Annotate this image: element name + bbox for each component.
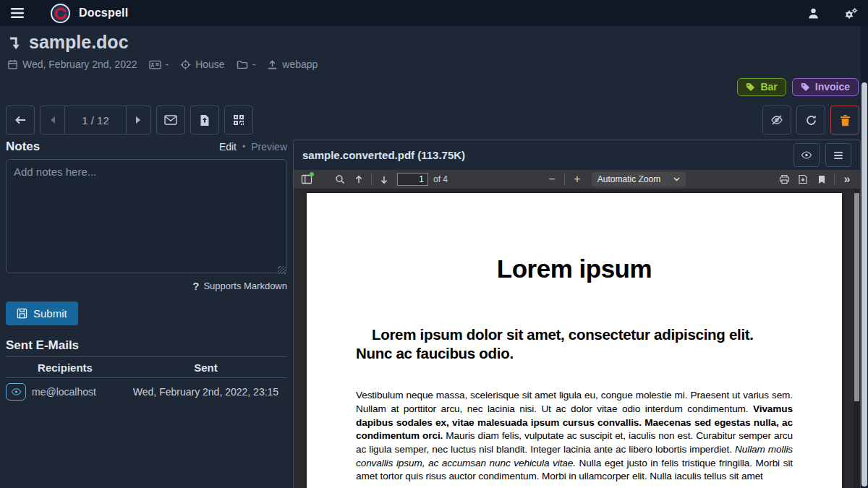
tag-icon (801, 82, 810, 92)
item-source-group: webapp (267, 59, 318, 70)
next-item-button[interactable] (126, 106, 150, 134)
attachment-header: sample.converted.pdf (113.75K) (294, 140, 860, 170)
pdf-zoom-select[interactable]: Automatic Zoom (592, 172, 686, 187)
item-concerning-group: House (180, 59, 224, 70)
sent-email-row: me@localhost Wed, February 2nd, 2022, 23… (6, 378, 287, 404)
send-mail-button[interactable] (156, 106, 185, 134)
item-folder: - (252, 59, 256, 70)
upload-icon (267, 59, 278, 70)
item-date: Wed, February 2nd, 2022 (22, 59, 137, 70)
settings-gears-icon[interactable] (844, 7, 858, 20)
page-scrollbar-thumb[interactable] (861, 82, 867, 487)
view-email-button[interactable] (6, 383, 26, 401)
item-toolbar: 1 / 12 (6, 106, 859, 134)
item-correspondent: - (166, 59, 169, 70)
left-panel: Notes Edit • Preview ? Supports Markdown… (6, 140, 287, 403)
docspell-logo-icon[interactable] (51, 4, 70, 23)
col-sent: Sent (124, 359, 287, 378)
app-title[interactable]: Docspell (79, 7, 128, 20)
notes-heading: Notes (6, 140, 40, 154)
pdf-more-tools-button[interactable]: » (838, 171, 856, 187)
item-date-group: Wed, February 2nd, 2022 (7, 59, 137, 70)
pdf-page: Lorem ipsum Lorem ipsum dolor sit amet, … (307, 193, 842, 488)
pdf-doc-subtitle: Lorem ipsum dolor sit amet, consectetur … (356, 325, 793, 363)
notes-edit-link[interactable]: Edit (219, 141, 237, 153)
save-floppy-icon (17, 308, 27, 319)
refresh-button[interactable] (796, 106, 825, 134)
pdf-zoom-out-button[interactable]: − (543, 171, 561, 187)
tag-label: Bar (760, 81, 777, 93)
sent-emails-table: Recipients Sent me@localhost Wed, Februa… (6, 359, 287, 403)
attachment-menu-button[interactable] (825, 143, 851, 167)
tag-icon (746, 82, 755, 92)
sidebar-notification-dot (310, 172, 314, 176)
pdf-bookmark-button[interactable] (813, 171, 830, 187)
item-title: sample.doc (29, 32, 129, 53)
item-page-indicator: 1 / 12 (64, 106, 126, 134)
textarea-resize-handle[interactable] (278, 266, 286, 274)
pdf-next-page-button[interactable] (375, 171, 393, 187)
pdf-download-button[interactable] (794, 171, 812, 187)
item-header: sample.doc Wed, February 2nd, 2022 - Hou… (7, 32, 318, 70)
item-concerning: House (195, 59, 224, 70)
calendar-icon (7, 59, 18, 70)
folder-icon (237, 59, 248, 69)
level-down-icon (7, 35, 22, 51)
pdf-page-number-input[interactable] (397, 173, 428, 186)
item-pagination: 1 / 12 (40, 106, 151, 134)
qrcode-button[interactable] (224, 106, 253, 134)
attachment-file-label: sample.converted.pdf (113.75K) (302, 149, 465, 161)
tag-list: BarInvoice (737, 78, 859, 96)
tag-pill[interactable]: Invoice (792, 78, 859, 96)
notes-header: Notes Edit • Preview (6, 140, 287, 154)
pdf-page-count: of 4 (433, 174, 448, 184)
notes-mode-links: Edit • Preview (219, 141, 287, 153)
col-recipients: Recipients (6, 359, 124, 378)
address-card-icon (149, 59, 161, 70)
top-navbar: Docspell (0, 0, 868, 26)
sent-emails-section: Sent E-Mails Recipients Sent me@localhos… (6, 338, 287, 403)
pdf-zoom-in-button[interactable]: + (569, 171, 586, 187)
item-title-row: sample.doc (7, 32, 318, 53)
notes-input[interactable] (6, 159, 287, 273)
tag-label: Invoice (815, 81, 850, 93)
pdf-viewer: Lorem ipsum Lorem ipsum dolor sit amet, … (294, 189, 860, 488)
attachment-panel: sample.converted.pdf (113.75K) of 4 − + (293, 140, 861, 488)
pdf-prev-page-button[interactable] (350, 171, 367, 187)
item-source: webapp (282, 59, 318, 70)
attachment-view-button[interactable] (793, 143, 820, 167)
pdf-scrollbar[interactable] (854, 189, 860, 488)
pdf-paragraph: Vestibulum neque massa, scelerisque sit … (356, 389, 793, 484)
email-recipient: me@localhost (32, 378, 124, 404)
notes-link-separator: • (242, 142, 245, 152)
prev-item-button[interactable] (41, 106, 64, 134)
email-sent-date: Wed, February 2nd, 2022, 23:15 (124, 378, 287, 404)
markdown-hint-text: Supports Markdown (203, 281, 287, 291)
item-folder-group: - (237, 59, 256, 70)
delete-button[interactable] (830, 106, 859, 134)
pdf-sidebar-toggle-button[interactable] (298, 171, 315, 187)
submit-label: Submit (33, 307, 67, 320)
back-button[interactable] (6, 106, 35, 134)
pdf-doc-title: Lorem ipsum (356, 254, 793, 283)
crosshair-icon (180, 59, 191, 70)
notes-preview-link[interactable]: Preview (251, 141, 287, 153)
user-account-icon[interactable] (807, 7, 820, 20)
hide-item-button[interactable] (762, 106, 791, 134)
pdf-search-button[interactable] (331, 171, 349, 187)
menu-hamburger-icon[interactable] (10, 7, 25, 20)
markdown-hint: ? Supports Markdown (6, 280, 287, 292)
add-file-button[interactable] (190, 106, 219, 134)
question-icon: ? (192, 280, 199, 292)
sent-emails-heading: Sent E-Mails (6, 338, 287, 357)
paragraph-segment: Vestibulum neque massa, scelerisque sit … (356, 390, 793, 414)
pdf-scrollbar-thumb[interactable] (854, 193, 859, 401)
tag-pill[interactable]: Bar (737, 78, 786, 96)
item-meta-row: Wed, February 2nd, 2022 - House - webapp (7, 59, 318, 70)
page-scrollbar[interactable] (861, 26, 868, 488)
pdf-zoom-label: Automatic Zoom (597, 174, 660, 184)
chevron-down-icon (673, 177, 680, 181)
pdf-print-button[interactable] (775, 171, 793, 187)
submit-notes-button[interactable]: Submit (6, 301, 78, 325)
pdfjs-toolbar: of 4 − + Automatic Zoom » (294, 170, 860, 189)
